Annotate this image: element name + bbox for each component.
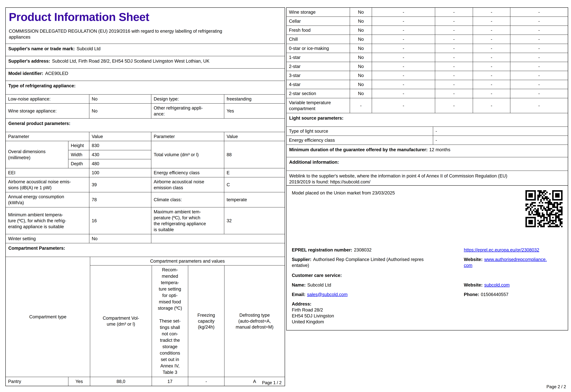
care-email: Email:sales@subcold.com (292, 292, 463, 297)
eprel-registration: EPREL registration number:2308032 (292, 247, 463, 253)
compartment-cell: - (435, 53, 473, 62)
height-value: 830 (89, 141, 151, 150)
max-ambient-label: Maximum ambient tem- perature (ºC), for … (151, 207, 224, 234)
noise-value: 39 (89, 177, 151, 192)
supplier-row: Supplier:Authorised Rep Compliance Limit… (292, 256, 563, 268)
wine-storage-value: No (89, 103, 151, 118)
care-email-label: Email: (292, 292, 305, 297)
total-volume-label: Total volume (dm³ or l) (151, 141, 224, 168)
compartment-row-label: Fresh food (286, 26, 350, 35)
supplier-name-value: Subcold Ltd (77, 46, 101, 51)
energy-consumption-row: Annual energy consumption (kWh/a) 78 Cli… (6, 192, 285, 207)
light-source-table-wrap: Type of light source - Energy efficiency… (286, 126, 568, 145)
compartment-row: 0-star or ice-making No - - - - (286, 44, 568, 53)
supplier-name-label: Supplier's name or trade mark: (8, 46, 75, 51)
design-type-label: Design type: (151, 95, 224, 103)
compartment-present: No (350, 35, 372, 44)
low-noise-value: No (89, 95, 151, 103)
supplier-address-label: Supplier's address: (8, 58, 50, 64)
compartment-cell: - (510, 17, 568, 26)
compartment-row-label: Variable temperature compartment (286, 98, 350, 113)
width-value: 430 (89, 150, 151, 159)
compartment-cell: - (510, 8, 568, 17)
wine-storage-label: Wine storage appliance: (6, 103, 89, 118)
eei-row: EEI 100 Energy efficiency class E (6, 168, 285, 177)
compartment-row: Variable temperature compartment - - - -… (286, 98, 568, 113)
compartment-cell: - (510, 80, 568, 89)
model-placed-row: Model placed on the Union market from 23… (292, 190, 563, 243)
compartment-cell: - (473, 53, 510, 62)
compartment-row: 4-star No - - - - (286, 80, 568, 89)
eprel-label: EPREL registration number: (292, 247, 352, 252)
compartment-present: No (350, 53, 372, 62)
care-phone: Phone:01506440557 (464, 292, 563, 297)
compartment-cell: - (510, 53, 568, 62)
energy-class-label: Energy efficiency class (151, 168, 224, 177)
care-email-link[interactable]: sales@subcold.com (307, 292, 348, 297)
compartment-row-label: 2-star (286, 62, 350, 71)
light-class-row: Energy efficiency class - (286, 136, 568, 145)
compartment-cell: - (510, 44, 568, 53)
compartment-cell: - (435, 80, 473, 89)
col-value-1: Value (89, 132, 151, 141)
compartment-cell: - (510, 62, 568, 71)
qr-code (526, 190, 563, 227)
compartment-row: Chill No - - - - (286, 35, 568, 44)
eei-value: 100 (89, 168, 151, 177)
general-parameters-table: Parameter Value Parameter Value Overal d… (6, 132, 285, 243)
dimensions-row-height: Overal dimensions (millimetre) Height 83… (6, 141, 285, 150)
winter-setting-value: No (89, 234, 151, 243)
table-row: Wine storage appliance: No Other refrige… (6, 103, 285, 118)
compartment-cell: - (435, 62, 473, 71)
title-block: Product Information Sheet COMMISSION DEL… (6, 8, 285, 43)
compartment-cell: - (372, 62, 435, 71)
compartment-cell: - (435, 89, 473, 98)
compartment-present: - (350, 98, 372, 113)
care-website-link[interactable]: subcold.com (484, 282, 510, 287)
compartment-row-label: 3-star (286, 71, 350, 80)
compartment-cell: - (473, 80, 510, 89)
eprel-link[interactable]: https://eprel.ec.europa.eu/qr/2308032 (464, 247, 539, 252)
supplier-rep: Supplier:Authorised Rep Compliance Limit… (292, 256, 463, 268)
max-ambient-value: 32 (224, 207, 285, 234)
compartment-cell: - (435, 17, 473, 26)
col-defrosting-type: Defrosting type (auto-defrost=A, manual … (224, 265, 285, 377)
compartment-cell: - (510, 35, 568, 44)
compartment-cell: - (435, 98, 473, 113)
compartment-present: No (350, 80, 372, 89)
general-table-wrap: Parameter Value Parameter Value Overal d… (6, 132, 285, 243)
winter-setting-row: Winter setting No (6, 234, 285, 243)
compartment-cell: - (372, 98, 435, 113)
page1-sheet: Product Information Sheet COMMISSION DEL… (5, 7, 285, 386)
compartment-cell: - (372, 89, 435, 98)
general-section-header: General product parameters: (6, 118, 285, 132)
compartment-cell: - (473, 71, 510, 80)
compartment-row: 2-star section No - - - - (286, 89, 568, 98)
low-noise-label: Low-noise appliance: (6, 95, 89, 103)
winter-setting-label: Winter setting (6, 234, 89, 243)
winter-setting-empty (151, 234, 285, 243)
care-website: Website:subcold.com (464, 282, 563, 288)
compartment-row: 1-star No - - - - (286, 53, 568, 62)
total-volume-value: 88 (224, 141, 285, 168)
supplier-rep-value: Authorised Rep Compliance Limited (Autho… (292, 257, 424, 268)
compartment-table: Compartment type Compartment parameters … (6, 257, 285, 386)
noise-class-label: Airborne acoustical noise emission class (151, 177, 224, 192)
supplier-name-row: Supplier's name or trade mark:Subcold Lt… (6, 43, 285, 56)
light-type-value: - (433, 127, 568, 136)
supplier-address-value: Subcold Ltd, Firth Road 28/2, EH54 5DJ S… (52, 58, 210, 64)
eei-label: EEI (6, 168, 89, 177)
compartment-cell: - (473, 8, 510, 17)
compartment-cell: - (510, 98, 568, 113)
col-parameter-2: Parameter (151, 132, 224, 141)
additional-info-header: Additional information: (286, 157, 568, 171)
market-info-box: Model placed on the Union market from 23… (286, 185, 568, 330)
compartment-table-wrap: Compartment type Compartment parameters … (6, 257, 285, 386)
model-placed-text: Model placed on the Union market from 23… (292, 190, 395, 196)
compartment-present: No (350, 8, 372, 17)
page1-footer: Page 1 / 2 (5, 380, 282, 386)
compartment-row-label: 0-star or ice-making (286, 44, 350, 53)
care-phone-value: 01506440557 (481, 292, 509, 297)
compartment-cell: - (435, 8, 473, 17)
depth-value: 480 (89, 159, 151, 168)
